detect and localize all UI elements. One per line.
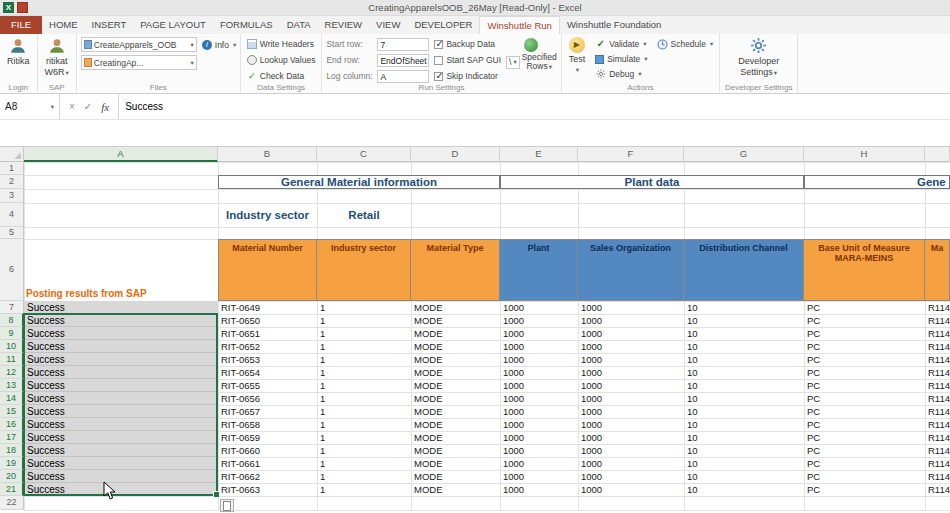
row-header-7[interactable]: 7 bbox=[0, 301, 24, 314]
cell-base_unit[interactable]: PC bbox=[804, 444, 925, 457]
tab-review[interactable]: REVIEW bbox=[318, 16, 369, 34]
cell-section-plant-data[interactable]: Plant data bbox=[500, 175, 804, 189]
cell-material_number[interactable]: RIT-0658 bbox=[218, 418, 317, 431]
cell-industry_sector[interactable]: 1 bbox=[317, 314, 411, 327]
cell-sales_org[interactable]: 1000 bbox=[578, 457, 684, 470]
cell-extra[interactable]: R1141 bbox=[925, 483, 950, 496]
tab-view[interactable]: VIEW bbox=[369, 16, 407, 34]
cell-section-general-material[interactable]: General Material information bbox=[218, 175, 500, 189]
cell-industry_sector[interactable]: 1 bbox=[317, 418, 411, 431]
cell-posting-results-label[interactable]: Posting results from SAP bbox=[24, 239, 218, 301]
cell-base_unit[interactable]: PC bbox=[804, 379, 925, 392]
cell-extra[interactable]: R1141 bbox=[925, 457, 950, 470]
cell-plant[interactable]: 1000 bbox=[500, 431, 578, 444]
end-row-input[interactable]: EndOfSheet bbox=[377, 54, 429, 67]
simulate-button[interactable]: Simulate ▾ bbox=[593, 52, 649, 66]
cell-material_type[interactable]: MODE bbox=[411, 457, 500, 470]
cell-material_type[interactable]: MODE bbox=[411, 405, 500, 418]
cell-industry_sector[interactable]: 1 bbox=[317, 301, 411, 314]
cell-material_type[interactable]: MODE bbox=[411, 314, 500, 327]
formula-input[interactable]: Success bbox=[119, 101, 950, 112]
cell-industry_sector[interactable]: 1 bbox=[317, 405, 411, 418]
paste-options-button[interactable] bbox=[220, 499, 234, 512]
cell-extra[interactable]: R1141 bbox=[925, 444, 950, 457]
cell-sales_org[interactable]: 1000 bbox=[578, 418, 684, 431]
cell-material_number[interactable]: RIT-0662 bbox=[218, 470, 317, 483]
cell-material_type[interactable]: MODE bbox=[411, 379, 500, 392]
cancel-icon[interactable]: × bbox=[69, 101, 75, 112]
lookup-values-button[interactable]: Lookup Values bbox=[245, 53, 318, 67]
specified-rows-button[interactable]: Specified Rows▾ bbox=[522, 53, 557, 71]
table-header-cell[interactable]: Material Number bbox=[218, 239, 317, 301]
cell-sales_org[interactable]: 1000 bbox=[578, 470, 684, 483]
schedule-button[interactable]: Schedule ▾ bbox=[655, 37, 716, 51]
cell-sales_org[interactable]: 1000 bbox=[578, 392, 684, 405]
cell-sales_org[interactable]: 1000 bbox=[578, 327, 684, 340]
tab-page-layout[interactable]: PAGE LAYOUT bbox=[133, 16, 213, 34]
row-header-8[interactable]: 8 bbox=[0, 314, 24, 327]
cell-material_type[interactable]: MODE bbox=[411, 301, 500, 314]
cell-industry_sector[interactable]: 1 bbox=[317, 392, 411, 405]
cell-dist_channel[interactable]: 10 bbox=[684, 483, 804, 496]
cell-industry_sector[interactable]: 1 bbox=[317, 457, 411, 470]
table-header-cell[interactable]: Plant bbox=[500, 239, 578, 301]
start-sap-gui-checkbox[interactable]: Start SAP GUI bbox=[434, 53, 501, 67]
cell-industry-sector-value[interactable]: Retail bbox=[317, 203, 411, 227]
cell-industry_sector[interactable]: 1 bbox=[317, 366, 411, 379]
cell-material_type[interactable]: MODE bbox=[411, 483, 500, 496]
cell-dist_channel[interactable]: 10 bbox=[684, 379, 804, 392]
name-box-dropdown-icon[interactable]: ▾ bbox=[51, 103, 54, 111]
row-header-12[interactable]: 12 bbox=[0, 366, 24, 379]
info-button[interactable]: i Info ▾ bbox=[200, 38, 236, 52]
enter-icon[interactable]: ✓ bbox=[84, 101, 92, 112]
cell-base_unit[interactable]: PC bbox=[804, 418, 925, 431]
cell-base_unit[interactable]: PC bbox=[804, 483, 925, 496]
cell-dist_channel[interactable]: 10 bbox=[684, 457, 804, 470]
cell-sales_org[interactable]: 1000 bbox=[578, 405, 684, 418]
cell-plant[interactable]: 1000 bbox=[500, 379, 578, 392]
table-header-cell[interactable]: Industry sector bbox=[317, 239, 411, 301]
row-header-6[interactable]: 6 bbox=[0, 239, 24, 301]
cell-material_type[interactable]: MODE bbox=[411, 353, 500, 366]
cell-plant[interactable]: 1000 bbox=[500, 457, 578, 470]
cell-extra[interactable]: R1141 bbox=[925, 405, 950, 418]
winshuttle-addin-icon[interactable] bbox=[17, 2, 28, 13]
row-header-22[interactable]: 22 bbox=[0, 496, 24, 510]
column-header-G[interactable]: G bbox=[684, 147, 804, 162]
cell-sales_org[interactable]: 1000 bbox=[578, 483, 684, 496]
column-header-B[interactable]: B bbox=[218, 147, 317, 162]
cell-sales_org[interactable]: 1000 bbox=[578, 431, 684, 444]
tab-data[interactable]: DATA bbox=[280, 16, 318, 34]
cell-material_type[interactable]: MODE bbox=[411, 366, 500, 379]
row-header-21[interactable]: 21 bbox=[0, 483, 24, 496]
cell-base_unit[interactable]: PC bbox=[804, 405, 925, 418]
cell-material_type[interactable]: MODE bbox=[411, 418, 500, 431]
cell-material_type[interactable]: MODE bbox=[411, 431, 500, 444]
cell-base_unit[interactable]: PC bbox=[804, 314, 925, 327]
cell-material_number[interactable]: RIT-0649 bbox=[218, 301, 317, 314]
cell-sales_org[interactable]: 1000 bbox=[578, 314, 684, 327]
backup-data-checkbox[interactable]: Backup Data bbox=[434, 37, 501, 51]
column-header-D[interactable]: D bbox=[411, 147, 500, 162]
cell-industry_sector[interactable]: 1 bbox=[317, 379, 411, 392]
row-header-18[interactable]: 18 bbox=[0, 444, 24, 457]
cell-base_unit[interactable]: PC bbox=[804, 457, 925, 470]
table-header-cell[interactable]: Ma bbox=[925, 239, 950, 301]
cell-industry_sector[interactable]: 1 bbox=[317, 470, 411, 483]
cell-dist_channel[interactable]: 10 bbox=[684, 327, 804, 340]
row-header-19[interactable]: 19 bbox=[0, 457, 24, 470]
cell-extra[interactable]: R1141 bbox=[925, 470, 950, 483]
cell-dist_channel[interactable]: 10 bbox=[684, 353, 804, 366]
cell-dist_channel[interactable]: 10 bbox=[684, 392, 804, 405]
select-all-button[interactable] bbox=[0, 147, 24, 162]
cell-dist_channel[interactable]: 10 bbox=[684, 340, 804, 353]
tab-winshuttle-run[interactable]: Winshuttle Run bbox=[479, 16, 559, 34]
cell-material_number[interactable]: RIT-0660 bbox=[218, 444, 317, 457]
cell-extra[interactable]: R1141 bbox=[925, 327, 950, 340]
cell-material_type[interactable]: MODE bbox=[411, 327, 500, 340]
row-header-1[interactable]: 1 bbox=[0, 162, 24, 175]
table-header-cell[interactable]: Sales Organization bbox=[578, 239, 684, 301]
cell-extra[interactable]: R1141 bbox=[925, 340, 950, 353]
cell-dist_channel[interactable]: 10 bbox=[684, 405, 804, 418]
cell-extra[interactable]: R1141 bbox=[925, 314, 950, 327]
